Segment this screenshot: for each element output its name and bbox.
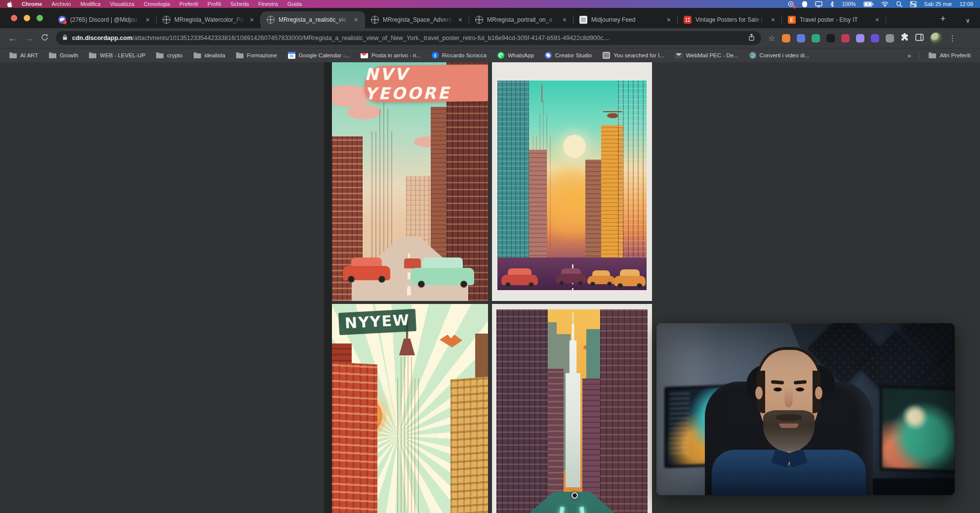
bookmark-idealista[interactable]: idealista [189,51,230,60]
tab-close-button[interactable]: × [562,16,568,24]
notion-extension-icon[interactable] [812,34,820,43]
menu-profili[interactable]: Profili [207,1,221,7]
tab-label: MRregista_Space_Advent [383,16,453,23]
tab-mrregista-portrait-on-a[interactable]: MRregista_portrait_on_a× [469,11,573,28]
tab-mrregista-a-realistic-vie[interactable]: MRregista_a_realistic_vie× [261,11,365,28]
tab-2765-discord-midjou[interactable]: (2765) Discord | @Midjou× [52,11,157,28]
bookmark-web-level-up[interactable]: WEB - LEVEL-UP [84,51,150,60]
close-window-button[interactable] [11,15,17,21]
tab-vintage-posters-for-sale[interactable]: Vintage Posters for Sale |× [678,11,782,28]
display-icon[interactable] [815,1,822,7]
tab-close-button[interactable]: × [666,16,672,24]
tab-close-button[interactable]: × [145,16,151,24]
globe-favicon-icon [163,16,170,24]
tab-close-button[interactable]: × [457,16,463,24]
lock-icon [62,34,68,42]
ghost-extension-icon[interactable] [856,34,864,43]
share-icon[interactable] [748,34,755,43]
other-bookmarks-button[interactable]: Altri Preferiti [924,51,975,60]
minimize-window-button[interactable] [24,15,30,21]
profile-avatar[interactable] [930,32,942,44]
bookmark-converti-i-video-di[interactable]: Converti i video di... [745,50,814,60]
tab-close-button[interactable]: × [353,16,359,24]
key-extension-icon[interactable] [841,34,850,43]
screen-mirroring-icon[interactable] [787,0,794,7]
fox-extension-icon[interactable] [782,34,790,43]
tab-travel-poster-etsy-it[interactable]: Travel poster - Etsy IT× [782,11,886,28]
bookmark-riccardo-scrocca[interactable]: Riccardo Scrocca [427,50,491,60]
menu-app-name[interactable]: Chrome [22,1,42,7]
bookmark-whatsapp[interactable]: WhatsApp [493,50,538,60]
battery-icon[interactable] [863,1,874,7]
tab-mrregista-watercolor-pa[interactable]: MRregista_Watercolor_Pa× [157,11,261,28]
poster-empire-state-sunburst[interactable]: NYYEW [332,304,488,513]
chrome-menu-kebab-icon[interactable]: ⋮ [948,34,956,43]
side-panel-icon[interactable] [915,34,924,43]
back-button[interactable]: ← [8,34,17,43]
bookmark-ai-art[interactable]: AI ART [5,51,42,60]
tab-close-button[interactable]: × [249,16,255,24]
shield-icon[interactable] [802,1,808,7]
menu-scheda[interactable]: Scheda [231,1,249,7]
bookmark-posta-in-arrivo-ri[interactable]: Posta in arrivo - ri... [356,51,425,60]
tab-label: MRregista_portrait_on_a [487,16,558,23]
bookmark-label: Posta in arrivo - ri... [371,52,421,58]
bookmark-webmail-pec-de[interactable]: WebMail PEC - De... [671,51,743,60]
menu-cronologia[interactable]: Cronologia [144,1,170,7]
tab-close-button[interactable]: × [770,16,776,24]
whatsapp-icon [497,52,504,59]
h-extension-icon[interactable] [826,34,835,43]
bookmark-growth[interactable]: Growth [44,51,82,60]
tab-label: MRregista_Watercolor_Pa [174,16,245,23]
menubar-clock[interactable]: 12:08 [959,1,973,7]
forward-button[interactable]: → [24,34,34,43]
tower-antenna [541,85,542,102]
apple-logo-icon[interactable] [7,1,12,7]
poster-new-york-vintage-cars[interactable]: NVV YEOORE [332,62,488,301]
bookmark-you-searched-for-i[interactable]: You searched for I... [598,50,669,60]
spotlight-search-icon[interactable] [896,1,902,7]
tab-close-button[interactable]: × [874,16,880,24]
bluetooth-icon[interactable] [830,1,834,7]
tab-label: Travel poster - Etsy IT [800,16,870,23]
nose [784,387,793,407]
address-bar[interactable]: cdn.discordapp.com/attachments/101351233… [56,31,761,45]
poster-title-text: NYYEW [344,311,410,332]
bookmark-crypto[interactable]: crypto [152,51,187,60]
bookmark-creator-studio[interactable]: Creator Studio [540,50,596,60]
browser-toolbar: ← → cdn.discordapp.com/attachments/10135… [0,28,980,48]
menu-archivio[interactable]: Archivio [52,1,71,7]
zoom-window-button[interactable] [37,15,43,21]
new-tab-button[interactable]: + [938,14,948,25]
wifi-icon[interactable] [881,1,889,7]
bookmark-label: WebMail PEC - De... [686,52,738,58]
bookmark-formazione[interactable]: Formazione [232,51,282,60]
tab-midjourney-feed[interactable]: Midjourney Feed× [573,11,678,28]
grid-extension-icon[interactable] [886,34,894,43]
poster-taxi-street-framed[interactable] [492,304,652,513]
bookmark-label: Riccardo Scrocca [442,52,487,58]
menu-modifica[interactable]: Modifica [81,1,101,7]
tab-search-chevron-icon[interactable]: ∨ [965,17,970,24]
wings-extension-icon[interactable] [797,34,805,43]
bookmarks-tail: » Altri Preferiti [904,51,975,60]
reload-button[interactable] [41,33,49,43]
poster-new-york-sunset-framed[interactable] [492,62,652,301]
tab-mrregista-space-advent[interactable]: MRregista_Space_Advent× [365,11,469,28]
menu-preferiti[interactable]: Preferiti [179,1,198,7]
extensions-puzzle-icon[interactable] [900,33,909,43]
bookmark-label: WhatsApp [508,52,534,58]
url-text: cdn.discordapp.com/attachments/101351233… [72,35,744,42]
menu-finestra[interactable]: Finestra [258,1,278,7]
menu-visualizza[interactable]: Visualizza [110,1,134,7]
s-extension-icon[interactable] [871,34,879,43]
bookmark-google-calendar[interactable]: Google Calendar -... [284,50,355,60]
bookmarks-overflow-button[interactable]: » [904,52,914,59]
webmail-icon [675,53,683,58]
menubar-date[interactable]: Sab 25 mar [924,1,952,7]
control-center-icon[interactable] [910,1,917,7]
menu-guida[interactable]: Guida [287,1,302,7]
left-building [496,309,548,513]
bookmark-star-icon[interactable]: ☆ [768,34,775,43]
etsy-favicon-icon [788,16,796,24]
